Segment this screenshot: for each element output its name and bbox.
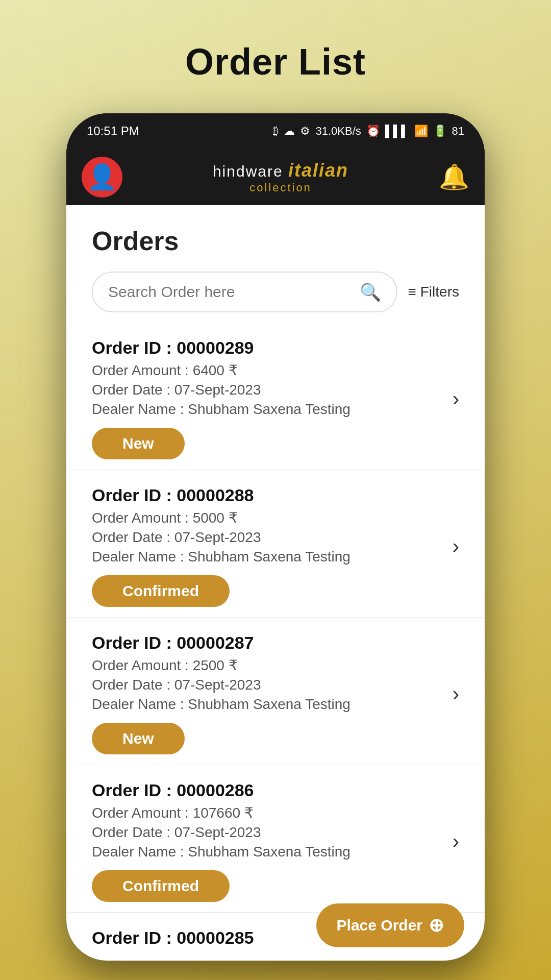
order-item-content: Order ID : 00000286 Order Amount : 10766… [92, 780, 442, 902]
order-dealer: Dealer Name : Shubham Saxena Testing [92, 549, 442, 565]
app-header: 👤 hindware italian collection 🔔 [66, 149, 485, 205]
order-amount: Order Amount : 6400 ₹ [92, 362, 442, 379]
order-amount: Order Amount : 2500 ₹ [92, 657, 442, 674]
settings-icon: ⚙ [300, 125, 310, 138]
status-badge: New [92, 428, 185, 459]
order-item-content: Order ID : 00000289 Order Amount : 6400 … [92, 338, 442, 459]
status-badge: Confirmed [92, 575, 230, 607]
notification-bell-icon[interactable]: 🔔 [439, 163, 469, 191]
brand-hindware: hindware [213, 163, 283, 180]
list-item[interactable]: Order ID : 00000289 Order Amount : 6400 … [66, 323, 485, 470]
brand-italian: italian [288, 160, 348, 181]
filter-label: Filters [420, 284, 459, 300]
status-time: 10:51 PM [87, 124, 139, 138]
status-icons: ₿ ☁ ⚙ 31.0KB/s ⏰ ▌▌▌ 📶 🔋 81 [273, 125, 464, 138]
user-avatar-icon: 👤 [87, 163, 117, 191]
brand-name: hindware italian [213, 160, 348, 181]
place-order-label: Place Order [337, 917, 422, 934]
order-item-content: Order ID : 00000288 Order Amount : 5000 … [92, 485, 442, 607]
chevron-right-icon[interactable]: › [453, 387, 459, 410]
order-date: Order Date : 07-Sept-2023 [92, 382, 442, 398]
avatar[interactable]: 👤 [82, 157, 122, 198]
order-id: Order ID : 00000287 [92, 633, 442, 653]
signal-icon: ▌▌▌ [385, 125, 409, 138]
chevron-right-icon[interactable]: › [453, 535, 459, 558]
brand-collection: collection [249, 181, 312, 194]
search-row: 🔍 ≡ Filters [66, 266, 485, 317]
orders-header: Orders [66, 205, 485, 266]
filter-button[interactable]: ≡ Filters [408, 284, 459, 300]
order-dealer: Dealer Name : Shubham Saxena Testing [92, 401, 442, 418]
bitcoin-icon: ₿ [273, 125, 279, 138]
search-box[interactable]: 🔍 [92, 272, 397, 312]
battery-icon: 🔋 [433, 125, 447, 138]
order-date: Order Date : 07-Sept-2023 [92, 529, 442, 546]
order-dealer: Dealer Name : Shubham Saxena Testing [92, 844, 442, 860]
order-amount: Order Amount : 107660 ₹ [92, 804, 442, 821]
alarm-icon: ⏰ [366, 125, 380, 138]
plus-icon: ⊕ [429, 915, 444, 936]
filter-icon: ≡ [408, 284, 416, 300]
order-date: Order Date : 07-Sept-2023 [92, 824, 442, 841]
phone-frame: 10:51 PM ₿ ☁ ⚙ 31.0KB/s ⏰ ▌▌▌ 📶 🔋 81 👤 h… [66, 113, 485, 961]
search-input[interactable] [108, 283, 360, 301]
order-dealer: Dealer Name : Shubham Saxena Testing [92, 696, 442, 713]
status-badge: New [92, 723, 185, 754]
main-content: Orders 🔍 ≡ Filters Order ID : 00000289 O… [66, 205, 485, 961]
list-item[interactable]: Order ID : 00000286 Order Amount : 10766… [66, 765, 485, 913]
page-title: Order List [185, 41, 366, 83]
place-order-button[interactable]: Place Order ⊕ [316, 903, 464, 947]
order-id: Order ID : 00000288 [92, 485, 442, 505]
order-date: Order Date : 07-Sept-2023 [92, 677, 442, 693]
status-bar: 10:51 PM ₿ ☁ ⚙ 31.0KB/s ⏰ ▌▌▌ 📶 🔋 81 [66, 113, 485, 149]
search-icon[interactable]: 🔍 [360, 282, 381, 302]
cloud-icon: ☁ [284, 125, 295, 138]
list-item[interactable]: Order ID : 00000288 Order Amount : 5000 … [66, 470, 485, 618]
order-list: Order ID : 00000289 Order Amount : 6400 … [66, 323, 485, 961]
order-id: Order ID : 00000289 [92, 338, 442, 358]
battery-level: 81 [452, 125, 464, 138]
orders-title: Orders [92, 226, 179, 256]
order-amount: Order Amount : 5000 ₹ [92, 509, 442, 526]
chevron-right-icon[interactable]: › [453, 830, 459, 853]
list-item[interactable]: Order ID : 00000287 Order Amount : 2500 … [66, 618, 485, 765]
chevron-right-icon[interactable]: › [453, 682, 459, 705]
brand-logo: hindware italian collection [213, 160, 348, 194]
wifi-icon: 📶 [414, 125, 428, 138]
order-id: Order ID : 00000286 [92, 780, 442, 800]
order-item-content: Order ID : 00000287 Order Amount : 2500 … [92, 633, 442, 754]
speed-indicator: 31.0KB/s [315, 125, 361, 138]
status-badge: Confirmed [92, 870, 230, 902]
